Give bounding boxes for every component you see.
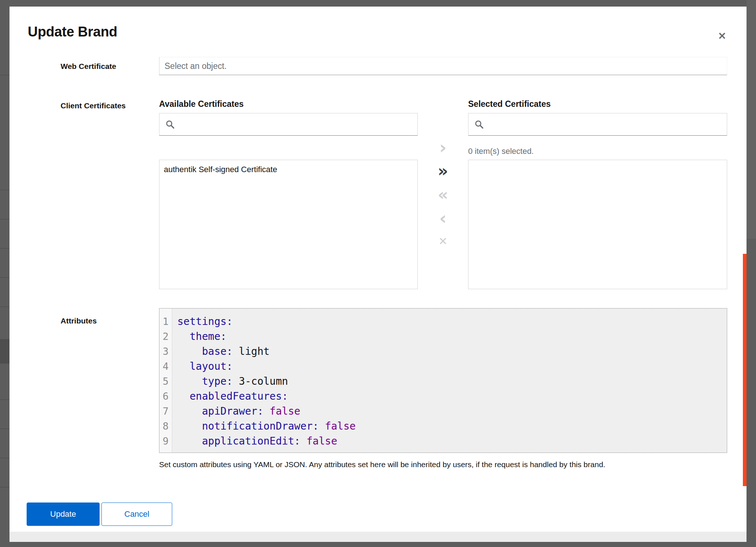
backdrop-divider: [0, 428, 9, 429]
selected-certificates-list[interactable]: [468, 160, 727, 289]
backdrop-panel: [747, 0, 756, 239]
double-chevron-right-icon: »: [438, 162, 448, 180]
code-line: 5 type: 3-column: [159, 374, 727, 389]
search-icon: [165, 120, 175, 129]
screen: Update Brand ✕ Web Certificate Select an…: [0, 0, 756, 547]
list-item[interactable]: authentik Self-signed Certificate: [159, 160, 417, 178]
line-number: 3: [159, 344, 172, 359]
line-number: 8: [159, 419, 172, 434]
backdrop-divider: [0, 190, 9, 190]
web-certificate-label: Web Certificate: [61, 62, 116, 71]
modal-title: Update Brand: [28, 24, 117, 40]
chevron-left-icon: ‹: [439, 208, 447, 228]
line-number: 1: [159, 314, 172, 329]
search-icon: [474, 120, 484, 129]
backdrop-divider: [0, 458, 9, 458]
available-search-input[interactable]: [159, 113, 418, 136]
scroll-indicator-bar[interactable]: [743, 254, 747, 486]
add-selected-button[interactable]: ›: [434, 139, 452, 156]
update-button[interactable]: Update: [27, 503, 100, 526]
available-certificates-header: Available Certificates: [159, 99, 244, 109]
remove-all-button[interactable]: «: [434, 186, 452, 203]
update-brand-modal: Update Brand ✕ Web Certificate Select an…: [9, 7, 747, 542]
selected-certificates-header: Selected Certificates: [468, 99, 551, 109]
chevron-right-icon: ›: [439, 137, 447, 158]
remove-selected-button[interactable]: ‹: [434, 209, 452, 227]
code-line: 8 notificationDrawer: false: [159, 419, 727, 434]
add-all-button[interactable]: »: [434, 162, 452, 180]
backdrop-divider: [0, 75, 9, 75]
cancel-button[interactable]: Cancel: [101, 503, 172, 526]
code-line: 6 enabledFeatures:: [159, 389, 727, 404]
selected-count-status: 0 item(s) selected.: [468, 147, 534, 156]
close-button[interactable]: ✕: [714, 28, 730, 44]
web-certificate-placeholder: Select an object.: [159, 57, 727, 71]
web-certificate-select[interactable]: Select an object.: [159, 57, 727, 75]
line-number: 4: [159, 359, 172, 374]
double-chevron-left-icon: «: [438, 185, 448, 204]
line-number: 2: [159, 329, 172, 344]
code-lines: 1settings:2 theme:3 base: light4 layout:…: [159, 309, 727, 449]
backdrop-divider: [0, 248, 9, 249]
code-line: 4 layout:: [159, 359, 727, 374]
line-number: 5: [159, 374, 172, 389]
close-icon: ✕: [438, 235, 447, 248]
backdrop-divider: [0, 487, 9, 488]
backdrop-divider: [0, 219, 9, 220]
close-icon: ✕: [718, 31, 726, 42]
attributes-help-text: Set custom attributes using YAML or JSON…: [159, 460, 714, 469]
modal-footer-strip: [9, 532, 747, 542]
code-line: 1settings:: [159, 314, 727, 329]
attributes-code-editor[interactable]: 1settings:2 theme:3 base: light4 layout:…: [159, 308, 727, 453]
code-line: 3 base: light: [159, 344, 727, 359]
code-line: 9 applicationEdit: false: [159, 434, 727, 449]
available-certificates-list[interactable]: authentik Self-signed Certificate: [159, 160, 418, 289]
line-number: 6: [159, 389, 172, 404]
client-certificates-label: Client Certificates: [61, 101, 126, 110]
code-line: 7 apiDrawer: false: [159, 404, 727, 419]
backdrop-divider: [0, 399, 9, 400]
backdrop-divider: [0, 277, 9, 278]
attributes-label: Attributes: [61, 317, 97, 325]
line-number: 9: [159, 434, 172, 449]
line-number: 7: [159, 404, 172, 419]
clear-selection-button[interactable]: ✕: [434, 233, 452, 250]
selected-search-input[interactable]: [468, 113, 727, 136]
code-line: 2 theme:: [159, 329, 727, 344]
backdrop-divider: [0, 306, 9, 307]
